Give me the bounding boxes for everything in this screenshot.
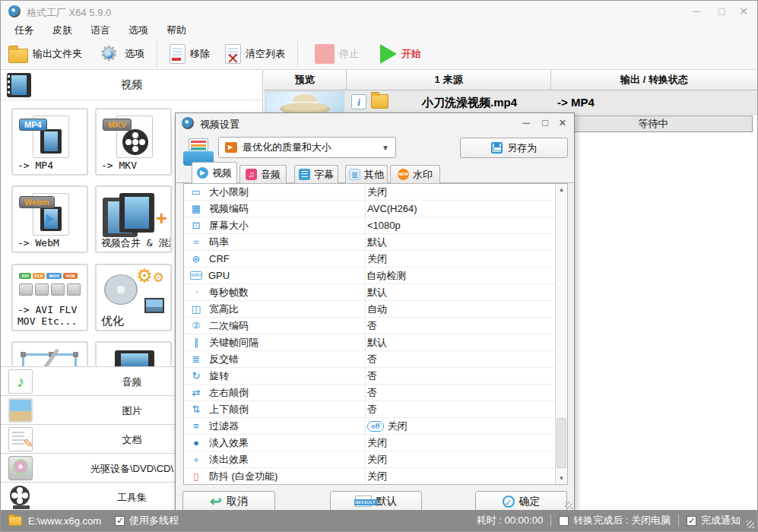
tab-other[interactable]: ≣ 其他: [345, 165, 388, 183]
stop-button[interactable]: 停止: [307, 40, 366, 68]
setting-value[interactable]: 自动: [360, 302, 387, 316]
save-as-button[interactable]: 另存为: [460, 138, 568, 158]
open-folder-icon[interactable]: [371, 94, 389, 109]
minimize-button[interactable]: ─: [686, 4, 707, 19]
menu-item-3[interactable]: 选项: [128, 24, 148, 37]
setting-label: 大小限制: [209, 185, 360, 199]
close-button[interactable]: ✕: [733, 4, 754, 19]
floppy-disk-icon: [491, 142, 503, 154]
menu-item-4[interactable]: 帮助: [167, 24, 186, 37]
setting-value[interactable]: 关闭: [360, 436, 387, 450]
card-crop-partial[interactable]: [11, 341, 88, 366]
window-resize-grip[interactable]: [747, 521, 754, 528]
scroll-down-icon[interactable]: ▼: [556, 473, 567, 484]
play-triangle-icon: [46, 214, 54, 223]
card-label: -> MKV: [101, 160, 137, 171]
scroll-up-icon[interactable]: ▲: [556, 184, 567, 195]
setting-value[interactable]: 自动检测: [359, 269, 406, 283]
setting-row[interactable]: ⇄左右颠倒否: [184, 385, 556, 401]
output-folder-button[interactable]: 输出文件夹: [1, 40, 90, 68]
preview-thumbnail[interactable]: [265, 91, 344, 113]
setting-value[interactable]: 否: [360, 319, 377, 333]
maximize-button[interactable]: □: [711, 4, 732, 19]
card-label: -> AVI FLV MOV Etc...: [17, 304, 77, 327]
setting-value[interactable]: 关闭: [360, 453, 387, 467]
card-to-webm[interactable]: Webm -> WebM: [11, 185, 88, 253]
card-optimize[interactable]: ⚙⚙ 优化: [95, 264, 172, 331]
setting-row[interactable]: ▭大小限制关闭: [184, 184, 556, 201]
card-to-mp4[interactable]: MP4 -> MP4: [11, 108, 88, 176]
options-button[interactable]: ⚙ 选项: [90, 40, 152, 68]
menu-item-0[interactable]: 任务: [14, 24, 34, 37]
ok-button[interactable]: ✓ 确定: [475, 491, 567, 511]
setting-value[interactable]: 默认: [360, 236, 387, 249]
setting-row[interactable]: ◫宽高比自动: [184, 301, 556, 318]
default-button[interactable]: 默认: [330, 491, 422, 511]
card-to-mkv[interactable]: MKV -> MKV: [95, 108, 172, 176]
setting-value[interactable]: AVC(H264): [360, 203, 417, 214]
setting-value[interactable]: <1080p: [360, 220, 401, 231]
output-path-folder-icon[interactable]: [8, 516, 22, 526]
default-label: 默认: [376, 495, 398, 508]
dialog-close-button[interactable]: ✕: [554, 116, 571, 130]
scrollbar-thumb[interactable]: [557, 418, 566, 468]
scrollbar[interactable]: ▲ ▼: [555, 184, 567, 484]
profile-dropdown[interactable]: 最优化的质量和大小 ▼: [218, 137, 396, 158]
remove-button[interactable]: 移除: [162, 40, 217, 68]
keyframe-icon: ∥: [189, 337, 203, 348]
setting-value[interactable]: 关闭: [360, 252, 387, 266]
card-label: 视频合并 & 混流: [101, 237, 172, 249]
setting-row[interactable]: ⊛CRF关闭: [184, 251, 556, 268]
clear-list-button[interactable]: 清空列表: [217, 40, 293, 68]
column-header-preview[interactable]: 预览: [264, 70, 347, 90]
card-clip-partial[interactable]: [95, 341, 172, 366]
cancel-button[interactable]: ↩ 取消: [182, 491, 275, 511]
output-path[interactable]: E:\www.x6g.com: [28, 515, 101, 527]
setting-row[interactable]: GPUGPU自动检测: [184, 268, 556, 284]
card-video-join[interactable]: + 视频合并 & 混流: [95, 185, 172, 253]
setting-value[interactable]: 否: [360, 386, 377, 400]
setting-row[interactable]: ⊡屏幕大小<1080p: [184, 217, 556, 234]
tab-watermark[interactable]: NEW 水印: [390, 165, 440, 183]
tab-subtitle[interactable]: ☰ 字幕: [294, 165, 338, 183]
setting-row[interactable]: ●淡入效果关闭: [184, 435, 556, 451]
column-header-output[interactable]: 输出 / 转换状态: [551, 70, 757, 90]
setting-value[interactable]: 默认: [360, 286, 387, 299]
setting-row[interactable]: ▯防抖 (白金功能)关闭: [184, 468, 556, 485]
setting-value[interactable]: 否: [360, 353, 377, 366]
setting-row[interactable]: ≈码率默认: [184, 234, 556, 251]
setting-label: 反交错: [209, 353, 360, 366]
setting-row[interactable]: ↻旋转否: [184, 368, 556, 385]
setting-row[interactable]: ≡过滤器off关闭: [184, 418, 556, 435]
resize-grip[interactable]: [565, 502, 572, 509]
dialog-minimize-button[interactable]: ─: [518, 116, 534, 130]
queue-row[interactable]: i 小刀洗澡视频.mp4 -> MP4: [264, 90, 757, 115]
setting-value[interactable]: 否: [360, 403, 377, 416]
sidebar-section-video[interactable]: 视频: [1, 70, 262, 100]
menu-item-2[interactable]: 语言: [90, 24, 110, 37]
setting-row[interactable]: ▦视频编码AVC(H264): [184, 201, 556, 217]
setting-row[interactable]: ◔每秒帧数默认: [184, 284, 556, 301]
shutdown-after-checkbox[interactable]: [559, 516, 569, 526]
setting-row[interactable]: ≣反交错否: [184, 351, 556, 368]
setting-label: 淡出效果: [209, 453, 360, 467]
setting-value[interactable]: off关闭: [360, 420, 408, 433]
setting-value[interactable]: 关闭: [360, 470, 387, 483]
info-icon[interactable]: i: [351, 94, 366, 109]
notify-checkbox[interactable]: [687, 516, 696, 526]
setting-row[interactable]: ●淡出效果关闭: [184, 451, 556, 468]
column-header-source[interactable]: 1 来源: [347, 70, 551, 90]
setting-row[interactable]: ⇅上下颠倒否: [184, 401, 556, 418]
menu-item-1[interactable]: 皮肤: [52, 24, 72, 37]
multithread-checkbox[interactable]: [115, 516, 125, 526]
setting-value[interactable]: 否: [360, 369, 377, 383]
dialog-maximize-button[interactable]: □: [537, 116, 553, 130]
tab-video[interactable]: ▶ 视频: [192, 162, 237, 183]
card-to-avi-flv-mov[interactable]: AVIFLVMOVVOB -> AVI FLV MOV Etc...: [11, 264, 88, 331]
tab-audio[interactable]: ♫ 音频: [239, 165, 287, 183]
setting-row[interactable]: ∥关键帧间隔默认: [184, 334, 556, 351]
setting-value[interactable]: 关闭: [360, 185, 387, 199]
setting-value[interactable]: 默认: [360, 336, 387, 350]
setting-row[interactable]: ②二次编码否: [184, 318, 556, 334]
start-button[interactable]: 开始: [373, 40, 429, 68]
